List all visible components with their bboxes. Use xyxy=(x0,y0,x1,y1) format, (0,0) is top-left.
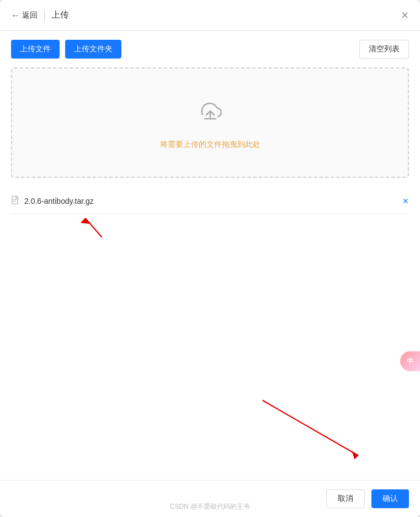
back-button[interactable]: ← 返回 xyxy=(11,10,38,20)
cloud-upload-icon xyxy=(194,96,227,131)
file-remove-button[interactable]: ✕ xyxy=(402,197,409,205)
upload-hint-text: 将需要上传的文件拖曳到此处 xyxy=(160,140,260,150)
file-type-icon xyxy=(11,196,20,207)
dialog-header: ← 返回 上传 ✕ xyxy=(0,0,420,31)
back-label: 返回 xyxy=(22,10,38,20)
dialog-title: 上传 xyxy=(51,9,69,21)
file-item-left: 2.0.6-antibody.tar.gz xyxy=(11,196,94,207)
remove-icon: ✕ xyxy=(402,197,409,205)
file-list: 2.0.6-antibody.tar.gz ✕ xyxy=(11,189,409,480)
dialog-footer: 取消 确认 xyxy=(0,480,420,517)
upload-file-button[interactable]: 上传文件 xyxy=(11,40,60,59)
cancel-button[interactable]: 取消 xyxy=(326,489,365,508)
close-button[interactable]: ✕ xyxy=(401,10,409,20)
header-divider xyxy=(44,10,45,20)
bubble-text: 中 xyxy=(407,357,413,366)
svg-rect-0 xyxy=(12,196,18,204)
toolbar: 上传文件 上传文件夹 清空列表 xyxy=(0,31,420,67)
toolbar-left: 上传文件 上传文件夹 xyxy=(11,40,121,59)
main-content: 上传文件 上传文件夹 清空列表 将需要上传的文件拖曳到此处 xyxy=(0,31,420,480)
close-icon: ✕ xyxy=(401,10,409,21)
floating-bubble[interactable]: 中 xyxy=(400,351,420,371)
confirm-button[interactable]: 确认 xyxy=(371,489,409,508)
upload-dialog: ← 返回 上传 ✕ 上传文件 上传文件夹 清空列表 xyxy=(0,0,420,517)
clear-list-button[interactable]: 清空列表 xyxy=(359,40,409,59)
back-arrow-icon: ← xyxy=(11,10,20,20)
file-name: 2.0.6-antibody.tar.gz xyxy=(24,197,94,205)
file-item: 2.0.6-antibody.tar.gz ✕ xyxy=(11,189,409,214)
upload-folder-button[interactable]: 上传文件夹 xyxy=(65,40,121,59)
upload-drop-zone[interactable]: 将需要上传的文件拖曳到此处 xyxy=(11,67,409,178)
